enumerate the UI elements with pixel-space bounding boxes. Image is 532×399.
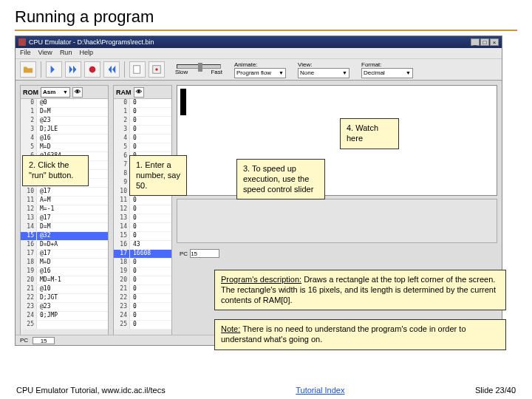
table-row[interactable]: 120: [114, 205, 171, 214]
table-row[interactable]: 190: [114, 267, 171, 276]
table-row[interactable]: 14D=M: [21, 223, 108, 232]
chevron-down-icon: ▼: [406, 70, 411, 75]
table-row[interactable]: 210: [114, 285, 171, 294]
pc-footer-field[interactable]: 15: [33, 337, 55, 344]
open-button[interactable]: [20, 61, 36, 78]
step-button[interactable]: [46, 61, 62, 78]
table-row[interactable]: 110: [114, 197, 171, 205]
animate-combo[interactable]: Program flow▼: [234, 68, 286, 78]
slider-label-fast: Fast: [211, 69, 222, 75]
menubar: File View Run Help: [16, 48, 502, 58]
tutorial-index-link[interactable]: Tutorial Index: [296, 386, 344, 395]
window-title: CPU Emulator - D:\hack\Programs\rect.bin: [29, 38, 154, 46]
table-row[interactable]: 250: [114, 321, 171, 330]
table-row[interactable]: 15@32: [21, 232, 108, 241]
stop-button[interactable]: [84, 61, 100, 78]
table-row[interactable]: 23@23: [21, 303, 108, 312]
table-row[interactable]: 1643: [114, 241, 171, 250]
close-button[interactable]: ×: [490, 38, 499, 46]
rom-format: Asm: [43, 89, 55, 95]
table-row[interactable]: 20MD=M-1: [21, 276, 108, 285]
table-row[interactable]: 30: [114, 126, 171, 134]
format-label: Format:: [361, 61, 413, 68]
table-row[interactable]: 18M=D: [21, 259, 108, 267]
rewind-button[interactable]: [103, 61, 120, 78]
find-icon[interactable]: 👁: [72, 87, 83, 98]
table-row[interactable]: 25: [21, 321, 108, 330]
window-controls: _ □ ×: [471, 38, 499, 46]
format-value: Decimal: [364, 69, 385, 76]
table-row[interactable]: 1D=M: [21, 108, 108, 117]
menu-view[interactable]: View: [38, 49, 52, 58]
table-row[interactable]: 12M=-1: [21, 205, 108, 214]
note-text: There is no need to understand the progr…: [221, 324, 466, 344]
speed-slider[interactable]: [177, 64, 221, 69]
table-row[interactable]: 140: [114, 223, 171, 232]
view-label: View:: [298, 61, 349, 68]
screen-panel: [177, 85, 497, 196]
slide-title: Running a program: [0, 0, 532, 30]
table-row[interactable]: 230: [114, 303, 171, 312]
table-row[interactable]: 10@17: [21, 188, 108, 197]
callout-watch: 4. Watch here: [340, 118, 399, 149]
table-row[interactable]: 200: [114, 276, 171, 285]
table-row[interactable]: 0@0: [21, 99, 108, 108]
menu-help[interactable]: Help: [79, 49, 93, 58]
table-row[interactable]: 50: [114, 143, 171, 152]
table-row[interactable]: 130: [114, 214, 171, 223]
ram-grid[interactable]: 0010203040506070809010011012013014015016…: [114, 99, 171, 330]
table-row[interactable]: 3D;JLE: [21, 126, 108, 134]
table-row[interactable]: 20: [114, 117, 171, 126]
table-row[interactable]: 10: [114, 108, 171, 117]
table-row[interactable]: 4@16: [21, 134, 108, 143]
table-row[interactable]: 5M=D: [21, 143, 108, 152]
rom-panel: ROM Asm▼ 👁 0@01D=M2@233D;JLE4@165M=D6@16…: [20, 85, 109, 341]
view-combo[interactable]: None▼: [298, 68, 349, 78]
titlebar: CPU Emulator - D:\hack\Programs\rect.bin…: [16, 36, 502, 48]
find-icon[interactable]: 👁: [134, 87, 144, 98]
table-row[interactable]: 13@17: [21, 214, 108, 223]
animate-value: Program flow: [236, 69, 271, 76]
menu-run[interactable]: Run: [60, 49, 72, 58]
svg-point-0: [89, 66, 96, 73]
registers-panel: PC: [177, 246, 497, 261]
table-row[interactable]: 40: [114, 134, 171, 143]
rom-grid[interactable]: 0@01D=M2@233D;JLE4@165M=D6@163847D=A8@17…: [21, 99, 108, 330]
table-row[interactable]: 1716608: [114, 250, 171, 259]
format-combo[interactable]: Decimal▼: [361, 68, 413, 78]
table-row[interactable]: 11A=M: [21, 197, 108, 205]
speed-slider-box: SlowFast: [175, 64, 222, 75]
table-row[interactable]: 00: [114, 99, 171, 108]
table-row[interactable]: 150: [114, 232, 171, 241]
table-row[interactable]: 220: [114, 294, 171, 303]
footer-right: Slide 23/40: [475, 386, 516, 395]
note-label: Note:: [221, 324, 240, 333]
minimize-button[interactable]: _: [471, 38, 480, 46]
table-row[interactable]: 240: [114, 312, 171, 321]
rom-format-combo[interactable]: Asm▼: [41, 87, 70, 98]
table-row[interactable]: 180: [114, 259, 171, 267]
table-row[interactable]: 22D;JGT: [21, 294, 108, 303]
animate-label: Animate:: [234, 61, 286, 68]
toolbar-separator: [124, 61, 125, 78]
table-row[interactable]: 17@17: [21, 250, 108, 259]
table-row[interactable]: 240;JMP: [21, 312, 108, 321]
table-row[interactable]: 21@10: [21, 285, 108, 294]
slider-knob[interactable]: [198, 63, 202, 72]
script-open-button[interactable]: [129, 61, 146, 78]
app-icon: [18, 38, 26, 46]
table-row[interactable]: 19@16: [21, 267, 108, 276]
view-value: None: [300, 69, 314, 76]
table-row[interactable]: 2@23: [21, 117, 108, 126]
pc-field[interactable]: [190, 249, 219, 258]
callout-enter-number: 1. Enter a number, say 50.: [129, 155, 187, 196]
maximize-button[interactable]: □: [480, 38, 489, 46]
toolbar: SlowFast Animate: Program flow▼ View: No…: [16, 58, 502, 81]
menu-file[interactable]: File: [20, 49, 31, 58]
toolbar-separator: [41, 61, 41, 78]
breakpoints-button[interactable]: [149, 61, 165, 78]
svg-rect-1: [134, 66, 140, 74]
run-button[interactable]: [65, 61, 81, 78]
table-row[interactable]: 16D=D+A: [21, 241, 108, 250]
chevron-down-icon: ▼: [279, 70, 284, 75]
